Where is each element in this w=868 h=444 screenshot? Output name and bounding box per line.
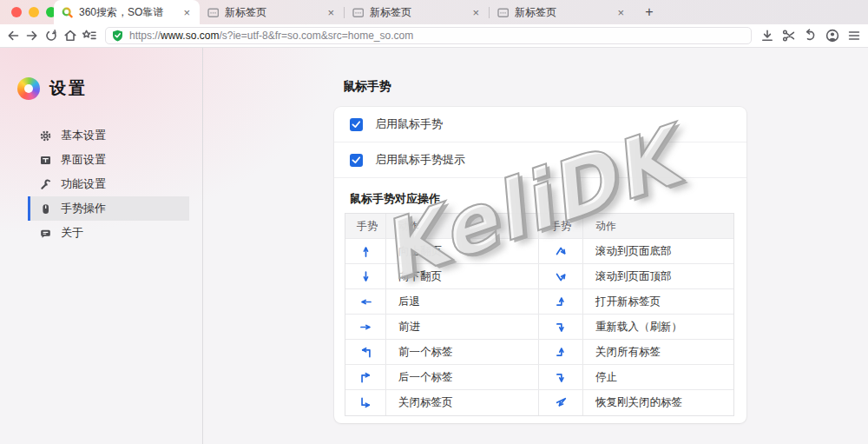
gear-icon	[39, 130, 51, 142]
tab-close-icon[interactable]: ×	[470, 5, 481, 20]
gesture-right-up-icon	[539, 289, 583, 314]
gesture-table-row: 后退打开新标签页	[345, 289, 733, 315]
tab-close-icon[interactable]: ×	[615, 5, 626, 20]
favorites-star-icon	[82, 28, 97, 43]
newtab-icon	[352, 7, 364, 18]
action-label: 向下翻页	[386, 264, 539, 288]
gesture-down-up-icon	[539, 264, 583, 288]
download-button[interactable]	[757, 26, 777, 45]
so-search-icon	[62, 7, 73, 18]
url-path: /s?ie=utf-8&fr=so.com&src=home_so.com	[219, 30, 413, 42]
tab-title: 新标签页	[370, 5, 470, 20]
gesture-up-right-icon	[345, 365, 386, 389]
action-label: 前一个标签	[386, 340, 539, 364]
gesture-table-row: 向上翻页滚动到页面底部	[345, 239, 733, 264]
gesture-table-row: 后一个标签停止	[345, 365, 733, 390]
sidebar-item-about[interactable]: 关于	[28, 221, 189, 245]
option-row: 启用鼠标手势提示	[334, 142, 746, 178]
tab-strip: 360搜索，SO靠谱×新标签页×新标签页×新标签页×+	[0, 0, 868, 24]
enable-mouse-gestures-checkbox[interactable]	[350, 118, 363, 131]
undo-arrow-icon	[803, 28, 819, 43]
action-label: 向上翻页	[386, 239, 539, 263]
hamburger-menu-icon	[846, 28, 862, 43]
column-header: 动作	[386, 214, 539, 238]
table-header-row: 手势动作手势动作	[345, 214, 733, 239]
gesture-table-row: 前进重新载入（刷新）	[345, 315, 733, 340]
tab-close-icon[interactable]: ×	[181, 5, 192, 20]
browser-logo-icon	[17, 77, 40, 100]
scissors-icon	[781, 28, 797, 43]
download-icon	[760, 28, 775, 43]
window-close-button[interactable]	[11, 7, 22, 17]
mouse-icon	[39, 203, 51, 215]
tab-title: 新标签页	[225, 5, 326, 20]
address-bar[interactable]: https://www.so.com/s?ie=utf-8&fr=so.com&…	[105, 27, 752, 44]
interface-icon	[39, 155, 51, 166]
sidebar-item-label: 功能设置	[61, 176, 106, 192]
favorites-button[interactable]	[80, 26, 99, 45]
action-label: 后退	[386, 289, 539, 314]
home-button[interactable]	[61, 26, 80, 45]
column-header: 手势	[345, 214, 386, 238]
sidebar-item-basic-settings[interactable]: 基本设置	[28, 123, 189, 148]
gesture-table-row: 向下翻页滚动到页面顶部	[345, 264, 733, 289]
browser-tab[interactable]: 新标签页×	[200, 0, 344, 24]
gesture-table-title: 鼠标手势对应操作	[334, 178, 746, 212]
forward-button[interactable]	[23, 26, 42, 45]
new-tab-button[interactable]: +	[641, 4, 657, 20]
sidebar-item-interface-settings[interactable]: 界面设置	[28, 148, 189, 172]
gesture-table-row: 前一个标签关闭所有标签	[345, 340, 733, 365]
column-header: 手势	[539, 214, 583, 238]
browser-tab[interactable]: 360搜索，SO靠谱×	[54, 0, 200, 24]
account-button[interactable]	[822, 26, 842, 45]
gesture-up-icon	[345, 239, 386, 263]
settings-title: 设置	[49, 77, 88, 100]
action-label: 前进	[386, 315, 539, 339]
sidebar-item-label: 关于	[61, 225, 83, 241]
newtab-icon	[497, 7, 509, 18]
action-label: 停止	[583, 365, 732, 389]
settings-page: 设置 基本设置界面设置功能设置手势操作关于 鼠标手势 启用鼠标手势启用鼠标手势提…	[0, 48, 868, 444]
window-minimize-button[interactable]	[29, 7, 39, 17]
sidebar-item-label: 基本设置	[61, 128, 106, 143]
action-label: 滚动到页面顶部	[583, 264, 732, 288]
action-label: 恢复刚关闭的标签	[583, 390, 732, 415]
option-label: 启用鼠标手势提示	[375, 152, 465, 168]
tab-close-icon[interactable]: ×	[326, 5, 336, 20]
action-label: 后一个标签	[386, 365, 539, 389]
wrench-icon	[39, 179, 51, 190]
back-button[interactable]	[3, 26, 23, 45]
settings-header: 设置	[17, 77, 88, 100]
gesture-left-down-icon	[539, 365, 583, 389]
column-header: 动作	[583, 214, 732, 238]
sidebar-item-gesture-settings[interactable]: 手势操作	[28, 196, 189, 221]
reload-button[interactable]	[42, 26, 61, 45]
browser-tab[interactable]: 新标签页×	[345, 0, 489, 24]
gesture-left-up-icon	[539, 340, 583, 364]
browser-tab[interactable]: 新标签页×	[490, 0, 634, 24]
gesture-up-left-icon	[345, 340, 386, 364]
tab-title: 360搜索，SO靠谱	[79, 5, 181, 20]
action-label: 重新载入（刷新）	[583, 315, 732, 339]
security-shield-icon[interactable]	[112, 30, 123, 42]
sidebar-item-feature-settings[interactable]: 功能设置	[28, 172, 189, 196]
url-host: www.so.com	[161, 30, 219, 42]
option-row: 启用鼠标手势	[334, 107, 746, 142]
about-icon	[39, 228, 51, 239]
sidebar-item-label: 界面设置	[61, 152, 106, 168]
back-icon	[5, 28, 21, 43]
undo-close-button[interactable]	[800, 26, 820, 45]
gesture-up-down-icon	[539, 239, 583, 263]
tab-title: 新标签页	[515, 5, 615, 20]
gesture-settings-card: 启用鼠标手势启用鼠标手势提示 鼠标手势对应操作 手势动作手势动作向上翻页滚动到页…	[334, 107, 746, 423]
action-label: 关闭所有标签	[583, 340, 732, 364]
action-label: 滚动到页面底部	[583, 239, 732, 263]
sidebar-item-label: 手势操作	[61, 201, 106, 216]
browser-toolbar: https://www.so.com/s?ie=utf-8&fr=so.com&…	[0, 24, 868, 48]
window-controls	[11, 7, 56, 17]
enable-mouse-gesture-tips-checkbox[interactable]	[350, 154, 363, 167]
main-menu-button[interactable]	[844, 26, 864, 45]
gesture-down-icon	[345, 264, 386, 288]
url-scheme: https://	[129, 30, 161, 42]
screenshot-button[interactable]	[779, 26, 799, 45]
